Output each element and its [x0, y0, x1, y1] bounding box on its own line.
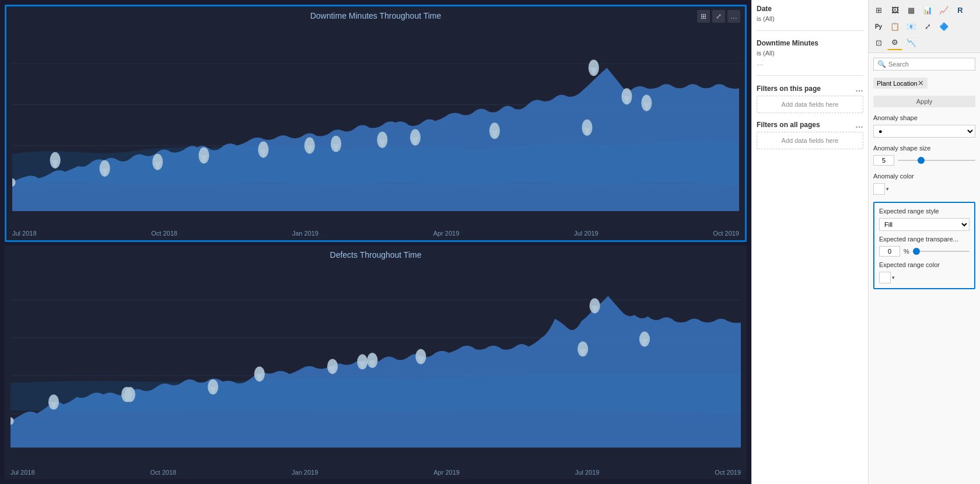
- x-label-5: Jul 2019: [574, 230, 598, 237]
- pct-label: %: [904, 248, 909, 255]
- main-chart-area: Downtime Minutes Throughout Time ⊞ ⤢ …: [0, 0, 751, 484]
- anomaly-color-section: Anomaly color ▾: [873, 173, 975, 195]
- toolbar-btn-R[interactable]: R: [953, 2, 968, 17]
- expected-range-style-section: Expected range style Fill: [879, 208, 970, 231]
- apply-button[interactable]: Apply: [873, 96, 975, 107]
- filter-chip-container: Plant Location ✕: [873, 78, 975, 89]
- anomaly-size-label: Anomaly shape size: [873, 145, 975, 152]
- toolbar-btn-grid2[interactable]: ⊡: [871, 35, 886, 50]
- defect-x-label-1: Jul 2018: [10, 469, 35, 476]
- date-filter-value: is (All): [757, 15, 863, 22]
- downtime-filter-label: Downtime Minutes: [757, 39, 863, 47]
- downtime-chart-title: Downtime Minutes Throughout Time: [6, 6, 745, 23]
- toolbar-btn-expand[interactable]: ⤢: [920, 19, 935, 34]
- page-filters-section: Filters on this page … Add data fields h…: [757, 84, 863, 113]
- toolbar-btn-table[interactable]: ▦: [904, 2, 919, 17]
- toolbar-row-3: ⊡ ⚙ 📉: [871, 35, 978, 50]
- toolbar-row-1: ⊞ 🖼 ▦ 📊 📈 R: [871, 2, 978, 17]
- page-add-fields[interactable]: Add data fields here: [757, 96, 863, 113]
- downtime-chart-area: [12, 23, 739, 227]
- toolbar-btn-mail[interactable]: 📧: [904, 19, 919, 34]
- page-filters-label: Filters on this page: [757, 85, 821, 93]
- filter-chip-close[interactable]: ✕: [918, 79, 924, 87]
- focus-btn[interactable]: ⤢: [712, 10, 725, 23]
- toolbar-btn-chart3[interactable]: 📉: [904, 35, 919, 50]
- expected-range-color-chevron[interactable]: ▾: [892, 275, 895, 280]
- expected-range-style-select[interactable]: Fill: [879, 218, 970, 231]
- anomaly-size-section: Anomaly shape size: [873, 145, 975, 166]
- defects-chart: Defects Throughout Time: [5, 245, 747, 479]
- expected-range-color-swatch[interactable]: [879, 272, 891, 283]
- search-icon: 🔍: [877, 60, 886, 68]
- anomaly-size-slider[interactable]: [898, 156, 975, 164]
- x-label-6: Oct 2019: [713, 230, 739, 237]
- right-panel-content: 🔍 Plant Location ✕ Apply Anomaly shape ●…: [869, 53, 980, 294]
- all-filters-title: Filters on all pages …: [757, 120, 863, 129]
- defects-chart-area: [10, 262, 741, 467]
- downtime-chart-x-axis: Jul 2018 Oct 2018 Jan 2019 Apr 2019 Jul …: [6, 230, 745, 240]
- defect-x-label-2: Oct 2018: [150, 469, 177, 476]
- right-panel-toolbar: ⊞ 🖼 ▦ 📊 📈 R Py 📋 📧 ⤢ 🔷 ⊡ ⚙ 📉: [869, 0, 980, 53]
- toolbar-row-2: Py 📋 📧 ⤢ 🔷: [871, 19, 978, 34]
- expected-range-color-label: Expected range color: [879, 261, 970, 268]
- defects-chart-title: Defects Throughout Time: [5, 245, 747, 262]
- anomaly-color-chevron[interactable]: ▾: [886, 186, 889, 192]
- x-label-1: Jul 2018: [12, 230, 37, 237]
- date-filter-label: Date: [757, 5, 863, 13]
- expected-range-section: Expected range style Fill Expected range…: [873, 202, 975, 289]
- filter-btn[interactable]: ⊞: [697, 10, 710, 23]
- defect-x-label-3: Jan 2019: [292, 469, 318, 476]
- defect-x-label-5: Jul 2019: [575, 469, 600, 476]
- downtime-chart: Downtime Minutes Throughout Time ⊞ ⤢ …: [5, 5, 747, 242]
- anomaly-color-label: Anomaly color: [873, 173, 975, 180]
- expected-range-transparency-slider[interactable]: [913, 247, 970, 255]
- expected-range-color-section: Expected range color ▾: [879, 261, 970, 283]
- toolbar-btn-shape[interactable]: 🔷: [936, 19, 951, 34]
- defects-chart-svg: [10, 262, 741, 467]
- anomaly-size-input[interactable]: [873, 155, 894, 166]
- anomaly-color-swatch[interactable]: [873, 183, 885, 195]
- filter-chip[interactable]: Plant Location ✕: [873, 78, 928, 89]
- x-label-2: Oct 2018: [151, 230, 177, 237]
- page-filters-dots[interactable]: …: [855, 84, 863, 93]
- all-filters-label: Filters on all pages: [757, 121, 820, 129]
- svg-point-41: [125, 387, 135, 402]
- expected-range-transparency-input[interactable]: [879, 246, 900, 257]
- anomaly-shape-label: Anomaly shape: [873, 114, 975, 121]
- search-box[interactable]: 🔍: [873, 58, 975, 71]
- toolbar-btn-list[interactable]: 📋: [887, 19, 902, 34]
- search-input[interactable]: [888, 61, 971, 68]
- expected-range-transparency-label: Expected range transpare...: [879, 236, 970, 243]
- expected-range-color-dropdown[interactable]: ▾: [879, 272, 970, 283]
- anomaly-color-dropdown[interactable]: ▾: [873, 183, 975, 195]
- x-label-4: Apr 2019: [433, 230, 460, 237]
- x-label-3: Jan 2019: [292, 230, 318, 237]
- defect-x-label-4: Apr 2019: [433, 469, 460, 476]
- date-filter: Date is (All): [757, 5, 863, 22]
- downtime-filter: Downtime Minutes is (All) …: [757, 39, 863, 67]
- page-filters-title: Filters on this page …: [757, 84, 863, 93]
- toolbar-btn-gauge[interactable]: ⚙: [887, 35, 902, 50]
- toolbar-btn-line[interactable]: 📈: [936, 2, 951, 17]
- more-btn[interactable]: …: [727, 10, 740, 23]
- all-add-fields[interactable]: Add data fields here: [757, 132, 863, 149]
- filters-panel: Date is (All) Downtime Minutes is (All) …: [751, 0, 868, 484]
- right-panel: ⊞ 🖼 ▦ 📊 📈 R Py 📋 📧 ⤢ 🔷 ⊡ ⚙ 📉 🔍: [868, 0, 980, 484]
- anomaly-shape-select[interactable]: ●: [873, 125, 975, 138]
- toolbar-btn-bar[interactable]: 📊: [920, 2, 935, 17]
- anomaly-shape-section: Anomaly shape ●: [873, 114, 975, 138]
- expected-range-transparency-row: %: [879, 246, 970, 257]
- toolbar-btn-image[interactable]: 🖼: [887, 2, 902, 17]
- all-filters-dots[interactable]: …: [855, 120, 863, 129]
- toolbar-btn-grid[interactable]: ⊞: [871, 2, 886, 17]
- toolbar-btn-py[interactable]: Py: [871, 19, 886, 34]
- downtime-filter-value: is (All): [757, 50, 863, 57]
- chart-toolbar: ⊞ ⤢ …: [697, 10, 740, 23]
- expected-range-transparency-section: Expected range transpare... %: [879, 236, 970, 257]
- anomaly-size-row: [873, 155, 975, 166]
- downtime-chart-svg: [12, 23, 739, 227]
- defect-x-label-6: Oct 2019: [715, 469, 741, 476]
- defects-chart-x-axis: Jul 2018 Oct 2018 Jan 2019 Apr 2019 Jul …: [5, 469, 747, 479]
- all-filters-section: Filters on all pages … Add data fields h…: [757, 120, 863, 149]
- expected-range-style-label: Expected range style: [879, 208, 970, 215]
